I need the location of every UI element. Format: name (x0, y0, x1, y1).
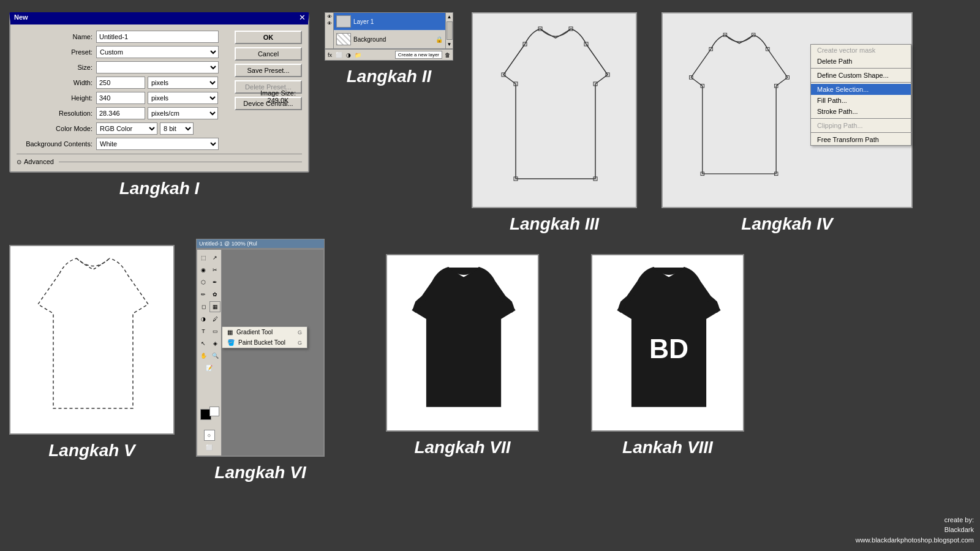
context-menu: Create vector mask Delete Path Define Cu… (810, 44, 911, 146)
name-label: Name: (17, 33, 96, 40)
notes-icon[interactable]: 📝 (204, 362, 215, 373)
create-new-layer-button[interactable]: Create a new layer (395, 51, 442, 59)
langkah6-titlebar: Untitled-1 @ 100% (Rul (196, 239, 325, 249)
canvas-area (222, 250, 323, 455)
name-input[interactable] (96, 31, 219, 43)
width-unit-select[interactable]: pixels (148, 77, 218, 89)
paintbucket-tool-item[interactable]: 🪣 Paint Bucket Tool G (222, 337, 307, 348)
ok-button[interactable]: OK (235, 31, 302, 44)
clone-icon[interactable]: ✿ (209, 289, 221, 300)
arrow-icon[interactable]: ↖ (198, 338, 209, 349)
langkah4-area: Create vector mask Delete Path Define Cu… (662, 12, 913, 234)
mask-icon[interactable]: ⬜ (336, 52, 342, 58)
tb-row6: ◑ 🖊 (198, 313, 221, 324)
advanced-toggle[interactable]: ⊙ (17, 159, 21, 165)
height-label: Height: (17, 94, 96, 102)
layers-panel: 👁 👁 Layer 1 Background 🔒 ▲ (325, 12, 453, 61)
crop-icon[interactable]: ✂ (209, 264, 221, 276)
height-unit-select[interactable]: pixels (148, 92, 218, 104)
langkah8-area: BD Lankah VIII (591, 254, 744, 457)
paintbucket-icon: 🪣 (227, 339, 235, 346)
langkah7-panel (386, 254, 539, 432)
ctx-fill-path[interactable]: Fill Path... (811, 95, 911, 106)
bgcontents-select[interactable]: White (96, 138, 219, 150)
dodge-icon[interactable]: ◑ (198, 313, 209, 324)
ctx-delete-path[interactable]: Delete Path (811, 56, 911, 67)
watermark-line3: www.blackdarkphotoshop.blogspot.com (856, 535, 974, 545)
slice-icon[interactable]: ⬡ (198, 277, 209, 288)
watermark-line1: create by: (856, 515, 974, 525)
tb-row3: ⬡ ✒ (198, 277, 221, 288)
selection-icon[interactable]: ⬚ (198, 252, 209, 263)
quick-select-icon[interactable]: ◉ (198, 264, 209, 276)
gradient-tool-item[interactable]: ▦ Gradient Tool G (222, 327, 307, 337)
tb-row2: ◉ ✂ (198, 264, 221, 276)
tb-row8: ↖ ◈ (198, 338, 221, 349)
delete-layer-icon[interactable]: 🗑 (445, 52, 450, 58)
langkah7-tshirt-svg (387, 255, 540, 433)
svg-text:BD: BD (649, 334, 688, 364)
type-icon[interactable]: T (198, 326, 209, 337)
eyedrop-icon[interactable]: ✒ (209, 277, 221, 288)
hand-icon[interactable]: ✋ (198, 350, 209, 361)
colormode-select[interactable]: RGB Color (96, 122, 157, 135)
langkah5-area: Langkah V (9, 245, 175, 460)
zoom-icon[interactable]: 🔍 (209, 350, 221, 361)
background-color[interactable] (209, 407, 219, 416)
width-input[interactable] (96, 77, 145, 89)
preset-select[interactable]: Custom (96, 46, 219, 58)
shape2-icon[interactable]: ◈ (209, 338, 221, 349)
dialog-title: New (14, 13, 28, 21)
ctx-stroke-path[interactable]: Stroke Path... (811, 106, 911, 117)
height-input[interactable] (96, 92, 145, 104)
langkah8-panel: BD (591, 254, 744, 432)
group-icon[interactable]: 📁 (355, 52, 393, 58)
gradient-shortcut: G (298, 329, 302, 335)
langkah1-area: New ✕ OK Cancel Save Preset... Delete Pr… (9, 12, 309, 198)
resolution-input[interactable] (96, 107, 145, 119)
advanced-row: ⊙ Advanced (17, 154, 302, 165)
colordepth-select[interactable]: 8 bit (160, 122, 194, 135)
langkah3-tshirt-svg (473, 13, 638, 209)
langkah3-panel (472, 12, 637, 208)
tb-row5: ◻ ▦ (198, 301, 221, 312)
gradient-tool-label: Gradient Tool (236, 329, 273, 335)
langkah4-tshirt-svg (663, 13, 816, 209)
paintbucket-shortcut: G (298, 340, 302, 346)
tb-row7: T ▭ (198, 326, 221, 337)
fx-icon[interactable]: fx (328, 52, 332, 58)
ctx-free-transform-path[interactable]: Free Transform Path (811, 134, 911, 145)
size-label: Size: (17, 64, 96, 71)
ctx-clipping-path: Clipping Path... (811, 120, 911, 131)
cancel-button[interactable]: Cancel (235, 47, 302, 61)
bgcontents-label: Background Contents: (17, 140, 96, 148)
ctx-define-custom-shape[interactable]: Define Custom Shape... (811, 70, 911, 81)
langkah6-panel: ⬚ ↗ ◉ ✂ ⬡ ✒ ✏ ✿ ◻ ▦ ◑ 🖊 (196, 249, 325, 457)
tb-row4: ✏ ✿ (198, 289, 221, 300)
lasso-icon[interactable]: ↗ (209, 252, 221, 263)
size-select[interactable] (96, 61, 219, 73)
layer1-row[interactable]: Layer 1 (334, 13, 445, 31)
save-preset-button[interactable]: Save Preset... (235, 64, 302, 77)
langkah6-label: Langkah VI (196, 463, 325, 482)
background-name: Background (353, 36, 433, 43)
tb-row10: 📝 (204, 362, 215, 373)
watermark-line2: Blackdark (856, 525, 974, 535)
background-row[interactable]: Background 🔒 (334, 31, 445, 48)
resolution-unit-select[interactable]: pixels/cm (148, 107, 218, 119)
eraser-icon[interactable]: ◻ (198, 301, 209, 312)
advanced-label: Advanced (24, 158, 54, 165)
brush-icon[interactable]: ✏ (198, 289, 209, 300)
ctx-make-selection[interactable]: Make Selection... (811, 84, 911, 95)
langkah6-area: Untitled-1 @ 100% (Rul ⬚ ↗ ◉ ✂ ⬡ ✒ ✏ ✿ ◻ (196, 239, 325, 482)
pen-icon[interactable]: 🖊 (209, 313, 221, 324)
dialog-close-icon[interactable]: ✕ (299, 13, 306, 21)
width-label: Width: (17, 79, 96, 86)
gradient-icon[interactable]: ▦ (209, 301, 221, 312)
shape-icon[interactable]: ▭ (209, 326, 221, 337)
quick-mask-icon[interactable]: ○ (204, 430, 215, 441)
screen-mode-icon[interactable]: ⬜ (204, 442, 215, 453)
adjustment-icon[interactable]: ◑ (346, 52, 351, 58)
langkah5-tshirt-svg (10, 246, 176, 436)
langkah5-panel (9, 245, 175, 435)
